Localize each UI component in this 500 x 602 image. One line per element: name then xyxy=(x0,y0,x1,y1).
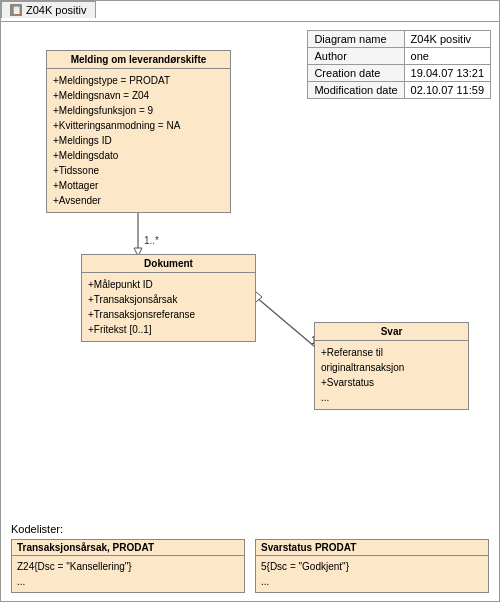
svar-line: ... xyxy=(321,390,462,405)
codelist-title-0: Transaksjonsårsak, PRODAT xyxy=(12,540,244,556)
codelist-line: 5{Dsc = "Godkjent"} xyxy=(261,559,483,574)
dokument-line: +Fritekst [0..1] xyxy=(88,322,249,337)
info-value-0: Z04K positiv xyxy=(404,31,490,48)
svar-body: +Referanse til originaltransaksjon+Svars… xyxy=(315,341,468,409)
info-key-2: Creation date xyxy=(308,65,404,82)
dokument-line: +Målepunkt ID xyxy=(88,277,249,292)
melding-line: +Avsender xyxy=(53,193,224,208)
melding-line: +Meldingsnavn = Z04 xyxy=(53,88,224,103)
dokument-line: +Transaksjonsreferanse xyxy=(88,307,249,322)
codelist-box-1: Svarstatus PRODAT5{Dsc = "Godkjent"}... xyxy=(255,539,489,593)
svar-class-box: Svar +Referanse til originaltransaksjon+… xyxy=(314,322,469,410)
info-table: Diagram nameZ04K positivAuthoroneCreatio… xyxy=(307,30,491,99)
svg-text:1..*: 1..* xyxy=(144,235,159,246)
codelist-line: ... xyxy=(17,574,239,589)
codelist-body-1: 5{Dsc = "Godkjent"}... xyxy=(256,556,488,592)
diagram-tab[interactable]: 📋 Z04K positiv xyxy=(1,1,96,18)
codelist-body-0: Z24{Dsc = "Kansellering"}... xyxy=(12,556,244,592)
dokument-title: Dokument xyxy=(82,255,255,273)
dokument-line: +Transaksjonsårsak xyxy=(88,292,249,307)
dokument-class-box: Dokument +Målepunkt ID+Transaksjonsårsak… xyxy=(81,254,256,342)
info-key-1: Author xyxy=(308,48,404,65)
info-key-3: Modification date xyxy=(308,82,404,99)
codelist-box-0: Transaksjonsårsak, PRODATZ24{Dsc = "Kans… xyxy=(11,539,245,593)
melding-line: +Meldingsdato xyxy=(53,148,224,163)
codelist-line: ... xyxy=(261,574,483,589)
melding-line: +Meldingstype = PRODAT xyxy=(53,73,224,88)
diagram-icon: 📋 xyxy=(10,4,22,16)
melding-title: Melding om leverandørskifte xyxy=(47,51,230,69)
main-container: 📋 Z04K positiv Diagram nameZ04K positivA… xyxy=(0,0,500,602)
info-row-1: Authorone xyxy=(308,48,491,65)
melding-class-box: Melding om leverandørskifte +Meldingstyp… xyxy=(46,50,231,213)
tab-label: Z04K positiv xyxy=(26,4,87,16)
svg-line-3 xyxy=(256,297,321,352)
info-row-2: Creation date19.04.07 13:21 xyxy=(308,65,491,82)
svar-line: +Referanse til originaltransaksjon xyxy=(321,345,462,375)
tab-bar: 📋 Z04K positiv xyxy=(1,1,96,18)
melding-line: +Kvitteringsanmodning = NA xyxy=(53,118,224,133)
melding-body: +Meldingstype = PRODAT+Meldingsnavn = Z0… xyxy=(47,69,230,212)
melding-line: +Mottager xyxy=(53,178,224,193)
melding-line: +Meldingsfunksjon = 9 xyxy=(53,103,224,118)
info-value-3: 02.10.07 11:59 xyxy=(404,82,490,99)
svar-title: Svar xyxy=(315,323,468,341)
melding-line: +Meldings ID xyxy=(53,133,224,148)
info-row-0: Diagram nameZ04K positiv xyxy=(308,31,491,48)
melding-line: +Tidssone xyxy=(53,163,224,178)
codelist-line: Z24{Dsc = "Kansellering"} xyxy=(17,559,239,574)
svar-line: +Svarstatus xyxy=(321,375,462,390)
codelists-row: Transaksjonsårsak, PRODATZ24{Dsc = "Kans… xyxy=(11,539,489,593)
codelist-title-1: Svarstatus PRODAT xyxy=(256,540,488,556)
info-row-3: Modification date02.10.07 11:59 xyxy=(308,82,491,99)
info-key-0: Diagram name xyxy=(308,31,404,48)
info-value-2: 19.04.07 13:21 xyxy=(404,65,490,82)
diagram-canvas: Diagram nameZ04K positivAuthoroneCreatio… xyxy=(1,21,499,601)
info-value-1: one xyxy=(404,48,490,65)
codelists-section: Kodelister: Transaksjonsårsak, PRODATZ24… xyxy=(11,523,489,593)
codelists-label: Kodelister: xyxy=(11,523,489,535)
dokument-body: +Målepunkt ID+Transaksjonsårsak+Transaks… xyxy=(82,273,255,341)
